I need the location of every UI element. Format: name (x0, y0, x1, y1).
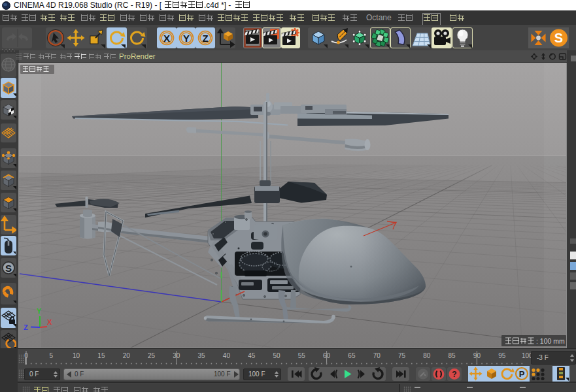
svg-text:P: P (519, 369, 525, 379)
svg-text:: 100 mm: : 100 mm (536, 337, 565, 345)
svg-text:X: X (163, 33, 170, 44)
svg-text:X: X (47, 318, 52, 326)
svg-text:Z: Z (202, 33, 208, 44)
svg-text:Y: Y (37, 307, 42, 315)
svg-text:Y: Y (182, 33, 189, 44)
svg-text:S: S (5, 263, 12, 274)
svg-text:S: S (554, 31, 563, 45)
svg-text:Z: Z (24, 323, 28, 331)
svg-text:?: ? (452, 370, 456, 379)
